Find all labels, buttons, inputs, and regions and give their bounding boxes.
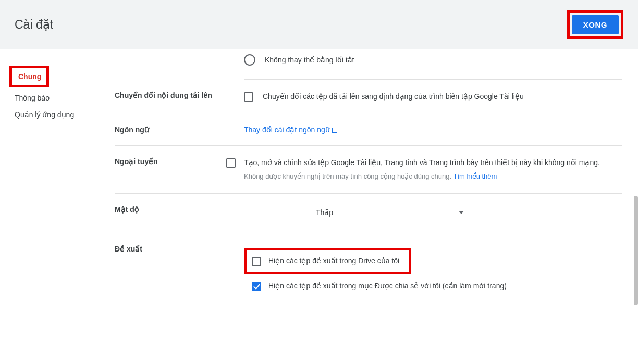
chevron-down-icon <box>459 211 464 214</box>
sidebar-item-general[interactable]: Chung <box>12 68 46 85</box>
highlight-done: XONG <box>567 10 623 39</box>
offline-checkbox[interactable] <box>226 158 236 168</box>
page-title: Cài đặt <box>15 18 53 32</box>
suggest-checkbox-1-label: Hiện các tệp đề xuất trong Drive của tôi <box>268 256 399 267</box>
highlight-sidebar-active: Chung <box>9 66 49 87</box>
change-language-link[interactable]: Thay đổi cài đặt ngôn ngữ <box>244 125 338 134</box>
suggest-option-2-row: Hiện các tệp đề xuất trong mục Được chia… <box>244 278 622 295</box>
density-title: Mật độ <box>115 205 244 221</box>
offline-hint: Không được khuyến nghị trên máy tính côn… <box>244 172 451 180</box>
sidebar: Chung Thông báo Quản lý ứng dụng <box>0 50 99 364</box>
shortcut-radio-label: Không thay thế bằng lối tắt <box>265 56 354 64</box>
done-button[interactable]: XONG <box>572 15 619 34</box>
section-density: Mật độ Thấp <box>115 194 622 233</box>
sidebar-item-manage-apps[interactable]: Quản lý ứng dụng <box>9 106 99 123</box>
suggest-checkbox-1[interactable] <box>252 257 261 266</box>
settings-content: Không thay thế bằng lối tắt Chuyển đổi n… <box>99 50 638 364</box>
suggest-checkbox-2-label: Hiện các tệp đề xuất trong mục Được chia… <box>268 281 507 292</box>
section-convert-uploads: Chuyển đổi nội dung tải lên Chuyển đổi c… <box>115 80 622 114</box>
suggest-checkbox-2[interactable] <box>252 282 261 291</box>
sidebar-item-notifications[interactable]: Thông báo <box>9 90 99 106</box>
highlight-suggest-option-1: Hiện các tệp đề xuất trong Drive của tôi <box>244 248 411 274</box>
convert-checkbox-label: Chuyển đổi các tệp đã tải lên sang định … <box>263 91 524 102</box>
section-suggestions: Đề xuất Hiện các tệp đề xuất trong Drive… <box>115 233 622 306</box>
language-link-text: Thay đổi cài đặt ngôn ngữ <box>244 125 330 134</box>
suggest-option-1-row: Hiện các tệp đề xuất trong Drive của tôi <box>244 245 622 278</box>
dialog-header: Cài đặt XONG <box>0 0 638 50</box>
convert-checkbox[interactable] <box>244 92 253 102</box>
scrollbar-thumb[interactable] <box>634 196 638 305</box>
density-select[interactable]: Thấp <box>312 205 468 221</box>
offline-hint-row: Không được khuyến nghị trên máy tính côn… <box>244 171 600 182</box>
radio-unchecked-icon[interactable] <box>244 54 255 66</box>
section-offline: Ngoại tuyến Tạo, mở và chỉnh sửa tệp Goo… <box>115 146 622 194</box>
offline-title: Ngoại tuyến <box>115 157 244 182</box>
section-language: Ngôn ngữ Thay đổi cài đặt ngôn ngữ <box>115 114 622 146</box>
convert-title: Chuyển đổi nội dung tải lên <box>115 91 244 102</box>
suggestions-title: Đề xuất <box>115 245 244 295</box>
offline-checkbox-label: Tạo, mở và chỉnh sửa tệp Google Tài liệu… <box>244 158 600 167</box>
shortcut-radio-row: Không thay thế bằng lối tắt <box>244 54 622 80</box>
density-value: Thấp <box>316 208 333 217</box>
external-link-icon <box>332 127 338 133</box>
dialog-body: Chung Thông báo Quản lý ứng dụng Không t… <box>0 50 638 364</box>
language-title: Ngôn ngữ <box>115 125 244 134</box>
learn-more-link[interactable]: Tìm hiểu thêm <box>453 172 497 180</box>
